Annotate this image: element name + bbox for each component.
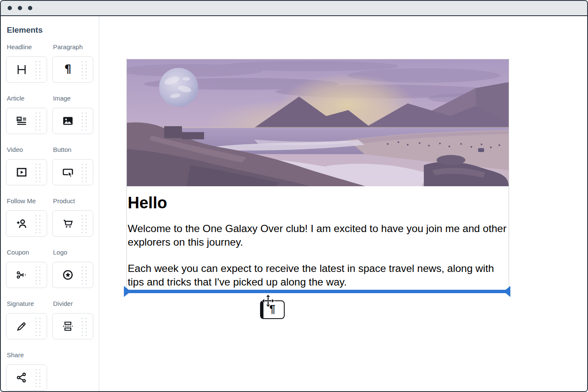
drag-handle-dots [34,163,42,182]
drag-handle-dots [34,112,42,131]
elements-sidebar: Elements HeadlineParagraph¶ArticleImageV… [1,16,99,391]
headline-icon [16,64,28,76]
element-label-button: Button [53,146,93,154]
logo-icon [62,269,74,281]
drag-handle-dots [34,317,42,336]
element-label-video: Video [7,146,47,154]
element-label-follow-me: Follow Me [7,197,47,205]
share-icon [16,372,28,384]
drop-indicator-line [124,290,510,293]
element-tile-share[interactable] [6,364,47,391]
coupon-icon [16,269,28,281]
element-tile-image[interactable] [52,108,93,134]
follow-me-icon [16,218,28,230]
element-label-logo: Logo [53,249,93,256]
element-label-divider: Divider [53,300,93,308]
hero-image-art [127,59,509,186]
signature-icon [16,320,28,332]
element-tile-coupon[interactable] [6,262,47,288]
drag-handle-dots [34,60,42,79]
product-icon [62,218,74,230]
window-control-dot[interactable] [8,6,12,10]
move-cursor-icon [262,294,274,307]
element-tile-logo[interactable] [52,262,93,288]
element-tile-follow-me[interactable] [6,210,47,237]
hero-image[interactable] [127,59,509,186]
divider-icon [62,320,74,332]
window-control-dot[interactable] [18,6,22,10]
paragraph-icon: ¶ [62,64,74,76]
drag-handle-dots [81,112,88,131]
element-label-coupon: Coupon [7,249,47,256]
element-tile-signature[interactable] [6,313,47,339]
window-titlebar [1,1,587,16]
element-label-paragraph: Paragraph [53,43,93,51]
window-control-dot[interactable] [28,6,32,10]
email-paragraph-2[interactable]: Each week you can expect to receive the … [128,262,508,289]
element-tile-headline[interactable] [6,56,47,83]
drag-handle-dots [34,368,42,387]
element-grid: HeadlineParagraph¶ArticleImageVideoButto… [6,43,99,391]
svg-text:¶: ¶ [64,64,71,76]
drag-handle-dots [34,266,42,285]
video-icon [16,166,28,178]
element-label-signature: Signature [7,300,47,308]
email-content-block[interactable]: Hello Welcome to the One Galaxy Over clu… [126,59,509,290]
button-icon [62,166,74,178]
drag-handle-dots [81,60,88,79]
drag-handle-dots [81,163,88,182]
drag-handle-dots [81,317,88,336]
drag-handle-dots [81,266,88,285]
element-label-product: Product [53,197,93,205]
app-window: Elements HeadlineParagraph¶ArticleImageV… [0,0,588,392]
element-label-image: Image [53,95,93,102]
element-tile-product[interactable] [52,210,93,237]
element-tile-paragraph[interactable]: ¶ [52,56,93,83]
element-label-article: Article [7,95,47,102]
element-label-share: Share [7,351,47,359]
drag-handle-dots [34,214,42,233]
element-tile-article[interactable] [6,108,47,134]
element-label-headline: Headline [7,43,47,51]
drag-handle-dots [81,214,88,233]
element-tile-button[interactable] [52,159,93,185]
email-headline[interactable]: Hello [128,195,508,212]
email-text-area[interactable]: Hello Welcome to the One Galaxy Over clu… [127,186,509,289]
element-tile-video[interactable] [6,159,47,185]
article-icon [16,115,28,127]
image-icon [62,115,74,127]
element-tile-divider[interactable] [52,313,93,339]
drag-ghost-paragraph[interactable]: ¶ [260,300,285,319]
email-paragraph-1[interactable]: Welcome to the One Galaxy Over club! I a… [128,222,508,249]
email-canvas[interactable]: Hello Welcome to the One Galaxy Over clu… [99,16,587,391]
sidebar-title: Elements [7,25,99,35]
